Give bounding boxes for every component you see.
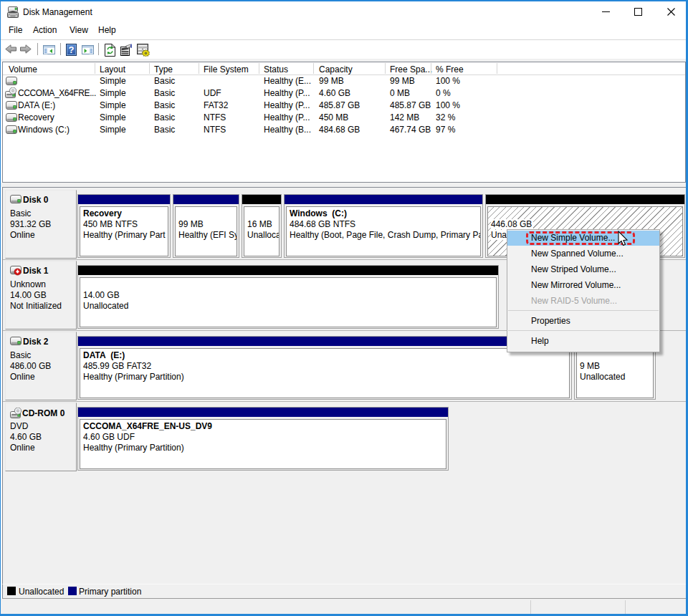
- svg-text:?: ?: [69, 44, 75, 55]
